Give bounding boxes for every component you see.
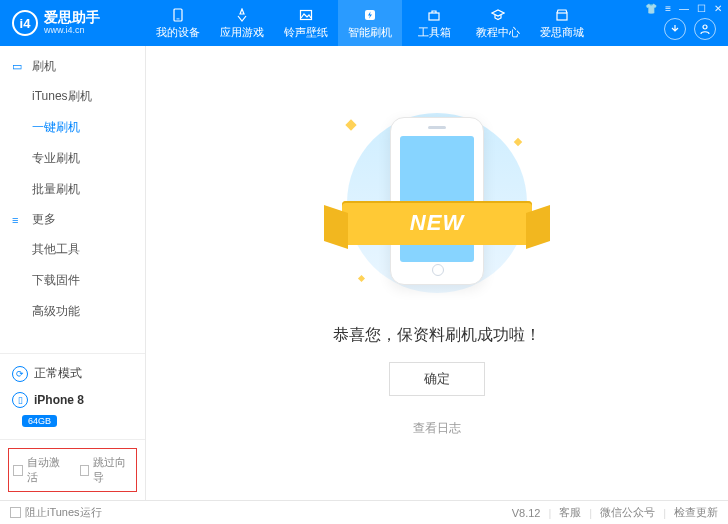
image-icon [298, 7, 314, 23]
skin-button[interactable]: 👕 [645, 3, 657, 14]
mode-label: 正常模式 [34, 365, 82, 382]
success-message: 恭喜您，保资料刷机成功啦！ [333, 325, 541, 346]
brand-name: 爱思助手 [44, 10, 100, 25]
tab-my-device[interactable]: 我的设备 [146, 0, 210, 46]
checkbox-icon [13, 465, 23, 476]
tutorial-icon [490, 7, 506, 23]
tab-tutorial[interactable]: 教程中心 [466, 0, 530, 46]
store-icon [554, 7, 570, 23]
brand-url: www.i4.cn [44, 26, 100, 36]
download-button[interactable] [664, 18, 686, 40]
sidebar-item-oneclick-flash[interactable]: 一键刷机 [0, 112, 145, 143]
version-label: V8.12 [512, 507, 541, 519]
tab-toolbox[interactable]: 工具箱 [402, 0, 466, 46]
phone-icon: ▯ [12, 392, 28, 408]
checkbox-icon [80, 465, 90, 476]
top-tabs: 我的设备 应用游戏 铃声壁纸 智能刷机 工具箱 教程中心 [146, 0, 594, 46]
device-name: iPhone 8 [34, 393, 84, 407]
apps-icon [234, 7, 250, 23]
maximize-button[interactable]: ☐ [697, 3, 706, 14]
svg-rect-5 [557, 13, 567, 20]
new-ribbon: NEW [342, 201, 532, 245]
success-illustration: NEW [307, 109, 567, 309]
auto-activate-checkbox[interactable]: 自动激活 [13, 455, 66, 485]
device-row[interactable]: ▯ iPhone 8 [0, 387, 145, 413]
menu-button[interactable]: ≡ [665, 3, 671, 14]
checkbox-icon [10, 507, 21, 518]
tab-store[interactable]: 爱思商城 [530, 0, 594, 46]
svg-rect-2 [301, 10, 312, 19]
sidebar-item-pro-flash[interactable]: 专业刷机 [0, 143, 145, 174]
sidebar-section-flash[interactable]: ▭ 刷机 [0, 52, 145, 81]
sidebar-section-more[interactable]: ≡ 更多 [0, 205, 145, 234]
sidebar-item-itunes-flash[interactable]: iTunes刷机 [0, 81, 145, 112]
user-button[interactable] [694, 18, 716, 40]
logo-icon: i4 [12, 10, 38, 36]
sidebar-item-advanced[interactable]: 高级功能 [0, 296, 145, 327]
sidebar-item-download-firmware[interactable]: 下载固件 [0, 265, 145, 296]
highlighted-options: 自动激活 跳过向导 [8, 448, 137, 492]
flash-icon [362, 7, 378, 23]
close-button[interactable]: ✕ [714, 3, 722, 14]
toolbox-icon [426, 7, 442, 23]
sidebar-item-other-tools[interactable]: 其他工具 [0, 234, 145, 265]
svg-rect-1 [177, 18, 180, 19]
section-icon: ▭ [12, 60, 26, 73]
ok-button[interactable]: 确定 [389, 362, 485, 396]
section-icon: ≡ [12, 214, 26, 226]
statusbar: 阻止iTunes运行 V8.12 | 客服 | 微信公众号 | 检查更新 [0, 500, 728, 524]
sidebar-item-batch-flash[interactable]: 批量刷机 [0, 174, 145, 205]
svg-rect-4 [429, 13, 439, 20]
storage-badge: 64GB [22, 415, 57, 427]
titlebar: i4 爱思助手 www.i4.cn 我的设备 应用游戏 铃声壁纸 智能刷机 [0, 0, 728, 46]
check-update-link[interactable]: 检查更新 [674, 505, 718, 520]
tab-ring-wallpaper[interactable]: 铃声壁纸 [274, 0, 338, 46]
block-itunes-checkbox[interactable]: 阻止iTunes运行 [10, 505, 102, 520]
refresh-icon: ⟳ [12, 366, 28, 382]
tab-apps-games[interactable]: 应用游戏 [210, 0, 274, 46]
tab-smart-flash[interactable]: 智能刷机 [338, 0, 402, 46]
support-link[interactable]: 客服 [559, 505, 581, 520]
svg-point-6 [703, 25, 707, 29]
mode-row[interactable]: ⟳ 正常模式 [0, 360, 145, 387]
sidebar: ▭ 刷机 iTunes刷机 一键刷机 专业刷机 批量刷机 ≡ 更多 其他工具 下… [0, 46, 146, 500]
window-controls: 👕 ≡ — ☐ ✕ [645, 3, 722, 14]
brand-logo: i4 爱思助手 www.i4.cn [0, 10, 146, 36]
device-icon [170, 7, 186, 23]
skip-wizard-checkbox[interactable]: 跳过向导 [80, 455, 133, 485]
minimize-button[interactable]: — [679, 3, 689, 14]
view-log-link[interactable]: 查看日志 [413, 420, 461, 437]
content-area: NEW 恭喜您，保资料刷机成功啦！ 确定 查看日志 [146, 46, 728, 500]
wechat-link[interactable]: 微信公众号 [600, 505, 655, 520]
